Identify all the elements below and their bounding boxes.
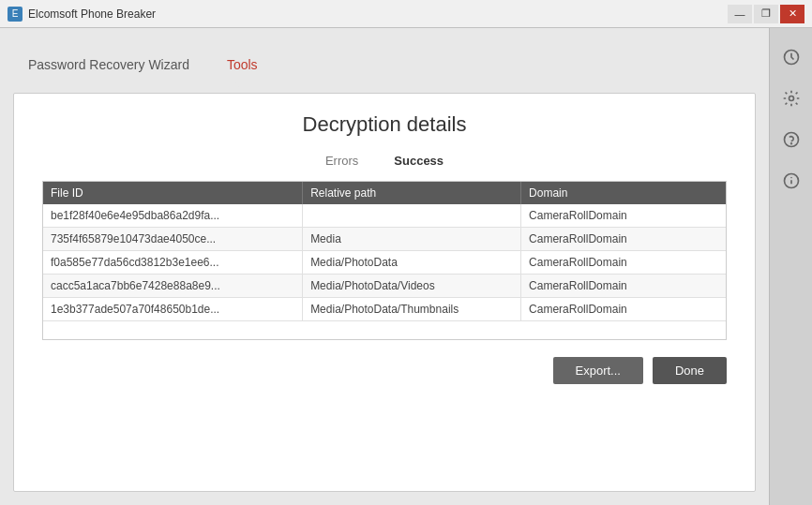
cell-domain: CameraRollDomain <box>521 251 726 275</box>
app-icon: E <box>8 7 23 22</box>
cell-file-id: 1e3b377ade507a70f48650b1de... <box>43 298 303 321</box>
table-row: 1e3b377ade507a70f48650b1de...Media/Photo… <box>43 298 726 321</box>
col-header-domain: Domain <box>521 182 726 204</box>
table-row: be1f28f40e6e4e95dba86a2d9fa...CameraRoll… <box>43 204 726 228</box>
cell-domain: CameraRollDomain <box>521 275 726 298</box>
content-panel: Decryption details Errors Success File I… <box>13 93 756 492</box>
info-icon[interactable] <box>777 167 805 195</box>
tab-password-recovery[interactable]: Password Recovery Wizard <box>19 52 199 80</box>
left-area: Password Recovery Wizard Tools Decryptio… <box>0 28 769 505</box>
cell-relative-path: Media/PhotoData/Thumbnails <box>303 298 521 321</box>
export-button[interactable]: Export... <box>553 357 643 384</box>
table-row: f0a585e77da56cd3812b3e1ee6...Media/Photo… <box>43 251 726 275</box>
table-body: be1f28f40e6e4e95dba86a2d9fa...CameraRoll… <box>43 204 726 321</box>
file-table: File ID Relative path Domain be1f28f40e6… <box>43 182 726 321</box>
clock-icon[interactable] <box>777 43 805 71</box>
nav-tabs: Password Recovery Wizard Tools <box>0 28 769 80</box>
main-container: Password Recovery Wizard Tools Decryptio… <box>0 28 812 505</box>
sub-tab-success[interactable]: Success <box>390 152 447 170</box>
minimize-button[interactable]: — <box>728 5 752 23</box>
col-header-relative-path: Relative path <box>303 182 521 204</box>
window-controls: — ❐ ✕ <box>728 5 804 23</box>
cell-domain: CameraRollDomain <box>521 298 726 321</box>
sub-tab-errors[interactable]: Errors <box>322 152 362 170</box>
cell-relative-path: Media/PhotoData/Videos <box>303 275 521 298</box>
cell-file-id: cacc5a1aca7bb6e7428e88a8e9... <box>43 275 303 298</box>
tab-tools[interactable]: Tools <box>218 52 267 80</box>
cell-relative-path: Media <box>303 228 521 251</box>
cell-file-id: 735f4f65879e10473dae4050ce... <box>43 228 303 251</box>
window-title: Elcomsoft Phone Breaker <box>28 7 156 21</box>
done-button[interactable]: Done <box>653 357 727 384</box>
restore-button[interactable]: ❐ <box>754 5 778 23</box>
settings-icon[interactable] <box>777 84 805 112</box>
panel-title: Decryption details <box>42 112 727 137</box>
cell-relative-path: Media/PhotoData <box>303 251 521 275</box>
svg-point-6 <box>790 177 791 178</box>
button-row: Export... Done <box>42 357 727 384</box>
cell-file-id: be1f28f40e6e4e95dba86a2d9fa... <box>43 204 303 228</box>
col-header-file-id: File ID <box>43 182 303 204</box>
cell-domain: CameraRollDomain <box>521 204 726 228</box>
table-row: 735f4f65879e10473dae4050ce...MediaCamera… <box>43 228 726 251</box>
title-bar: E Elcomsoft Phone Breaker — ❐ ✕ <box>0 0 812 28</box>
svg-point-1 <box>789 97 793 101</box>
cell-relative-path <box>303 204 521 228</box>
right-sidebar <box>769 28 812 505</box>
cell-file-id: f0a585e77da56cd3812b3e1ee6... <box>43 251 303 275</box>
cell-domain: CameraRollDomain <box>521 228 726 251</box>
sub-tabs: Errors Success <box>42 152 727 170</box>
svg-point-3 <box>790 143 791 144</box>
table-header: File ID Relative path Domain <box>43 182 726 204</box>
help-icon[interactable] <box>777 126 805 154</box>
close-button[interactable]: ✕ <box>780 5 804 23</box>
title-bar-left: E Elcomsoft Phone Breaker <box>8 7 156 22</box>
file-table-scroll[interactable]: File ID Relative path Domain be1f28f40e6… <box>42 181 727 340</box>
table-row: cacc5a1aca7bb6e7428e88a8e9...Media/Photo… <box>43 275 726 298</box>
